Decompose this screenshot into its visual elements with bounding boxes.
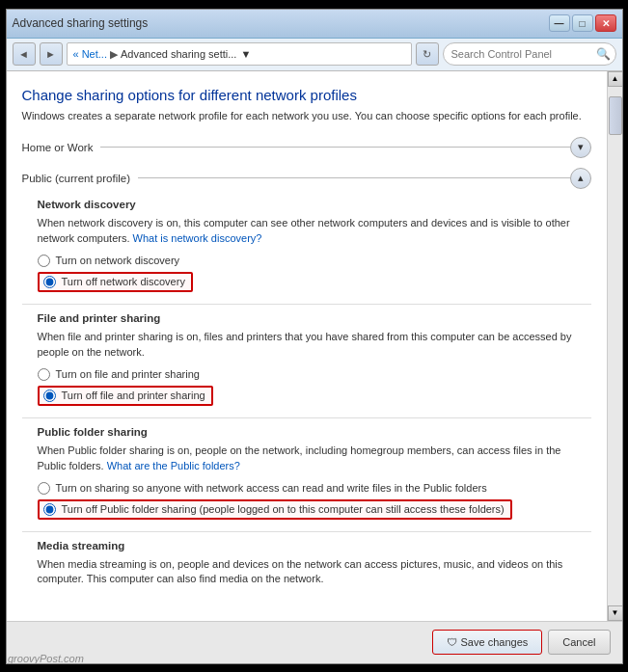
public-folder-section: Public folder sharing When Public folder… [38,426,591,520]
media-streaming-section: Media streaming When media streaming is … [38,540,591,588]
section-home-header: Home or Work ▾ [22,137,591,158]
file-printer-off-label: Turn off file and printer sharing [62,390,205,401]
breadcrumb-dropdown[interactable]: ▼ [240,48,251,60]
scrollbar[interactable]: ▲ ▼ [607,71,622,621]
media-streaming-title: Media streaming [38,540,591,551]
file-printer-off-radio[interactable] [43,390,56,402]
forward-button[interactable]: ► [40,42,63,66]
network-discovery-off-highlighted: Turn off network discovery [38,272,193,292]
network-discovery-link[interactable]: What is network discovery? [133,232,262,244]
window-controls: — □ ✕ [549,14,616,32]
scroll-down-button[interactable]: ▼ [608,605,622,621]
section-public-header: Public (current profile) ▴ [22,168,591,189]
file-printer-title: File and printer sharing [38,312,591,324]
public-folder-link[interactable]: What are the Public folders? [107,460,240,471]
watermark: groovyPost.com [8,653,84,664]
cancel-button[interactable]: Cancel [548,630,610,655]
section-home-line [100,147,569,148]
section-public-toggle[interactable]: ▴ [570,168,591,189]
breadcrumb-separator: ▶ [110,48,118,61]
public-folder-off-highlighted: Turn off Public folder sharing (people l… [38,499,512,520]
page-title: Change sharing options for different net… [22,87,591,103]
media-streaming-desc: When media streaming is on, people and d… [38,557,591,588]
file-printer-off-highlighted: Turn off file and printer sharing [38,386,213,406]
maximize-button[interactable]: □ [572,14,593,32]
scroll-up-button[interactable]: ▲ [608,71,622,87]
public-folder-title: Public folder sharing [38,426,591,438]
file-printer-off-option[interactable]: Turn off file and printer sharing [38,386,591,406]
title-bar: Advanced sharing settings — □ ✕ [7,10,622,39]
divider-2 [22,417,591,418]
section-public-label: Public (current profile) [22,173,130,184]
back-button[interactable]: ◄ [13,42,36,66]
file-printer-section: File and printer sharing When file and p… [38,312,591,406]
section-home-label: Home or Work [22,142,94,153]
window-title: Advanced sharing settings [13,16,149,30]
breadcrumb-current: Advanced sharing setti... [121,48,236,60]
network-discovery-on-radio[interactable] [38,255,50,267]
file-printer-on-radio[interactable] [38,368,50,381]
main-window: Advanced sharing settings — □ ✕ ◄ ► « Ne… [6,9,623,664]
network-discovery-section: Network discovery When network discovery… [38,199,591,292]
refresh-button[interactable]: ↻ [416,42,439,66]
network-discovery-title: Network discovery [38,199,591,210]
address-bar: ◄ ► « Net... ▶ Advanced sharing setti...… [7,39,622,71]
section-public-line [138,177,570,178]
public-folder-on-option[interactable]: Turn on sharing so anyone with network a… [38,482,591,495]
public-folder-off-radio[interactable] [43,503,56,516]
network-discovery-off-option[interactable]: Turn off network discovery [38,272,591,292]
page-subtitle: Windows creates a separate network profi… [22,109,591,123]
file-printer-desc: When file and printer sharing is on, fil… [38,330,591,361]
breadcrumb[interactable]: « Net... ▶ Advanced sharing setti... ▼ [67,42,412,66]
minimize-button[interactable]: — [549,14,570,32]
save-icon: 🛡 [447,636,457,648]
network-discovery-desc: When network discovery is on, this compu… [38,216,591,247]
network-discovery-off-label: Turn off network discovery [62,276,185,287]
breadcrumb-start: « Net... [73,48,107,60]
public-folder-on-label: Turn on sharing so anyone with network a… [56,482,487,494]
public-folder-off-option[interactable]: Turn off Public folder sharing (people l… [38,499,591,520]
public-folder-on-radio[interactable] [38,482,50,495]
search-icon: 🔍 [596,47,611,61]
file-printer-on-label: Turn on file and printer sharing [56,368,200,380]
network-discovery-on-label: Turn on network discovery [56,255,180,266]
divider-1 [22,304,591,305]
scroll-track[interactable] [608,87,622,605]
save-changes-button[interactable]: 🛡 Save changes [432,630,543,655]
main-content: Change sharing options for different net… [7,71,607,621]
close-button[interactable]: ✕ [595,14,616,32]
search-container: 🔍 [443,42,616,66]
search-input[interactable] [443,42,616,66]
public-folder-off-label: Turn off Public folder sharing (people l… [62,503,505,515]
network-discovery-on-option[interactable]: Turn on network discovery [38,255,591,267]
scroll-thumb[interactable] [609,96,622,135]
file-printer-on-option[interactable]: Turn on file and printer sharing [38,368,591,381]
content-area: Change sharing options for different net… [7,71,622,621]
network-discovery-off-radio[interactable] [43,276,56,288]
public-folder-desc: When Public folder sharing is on, people… [38,444,591,474]
bottom-bar: 🛡 Save changes Cancel [7,621,622,663]
divider-3 [22,531,591,532]
section-home-toggle[interactable]: ▾ [570,137,591,158]
save-label: Save changes [461,636,529,648]
